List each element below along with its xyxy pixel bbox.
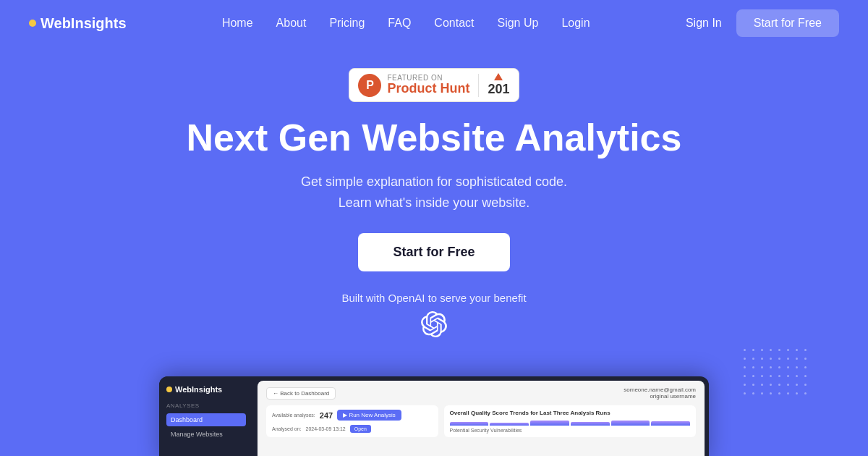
- dash-analyses-label: ANALYSES: [166, 402, 246, 409]
- logo-dot: [29, 20, 36, 27]
- bar-3: [530, 421, 569, 426]
- nav-right: Sign In Start for Free: [686, 9, 839, 37]
- dash-manage-item[interactable]: Manage Websites: [166, 428, 246, 441]
- dashboard-preview: WebInsights ANALYSES Dashboard Manage We…: [159, 376, 709, 456]
- ph-upvote-icon: [494, 73, 503, 80]
- sign-in-link[interactable]: Sign In: [686, 17, 722, 30]
- openai-logo-icon: [421, 311, 447, 340]
- dash-logo: WebInsights: [166, 385, 246, 394]
- dots-decoration: (function(){ const container = document.…: [744, 349, 810, 398]
- ph-count: 201: [488, 82, 509, 97]
- security-label: Potential Security Vulnerabilities: [450, 428, 690, 433]
- dash-sidebar: WebInsights ANALYSES Dashboard Manage We…: [159, 376, 253, 456]
- hero-title: Next Gen Website Analytics: [187, 117, 682, 160]
- ph-logo-icon: P: [358, 74, 381, 97]
- logo[interactable]: WebInsights: [29, 15, 127, 32]
- nav-login[interactable]: Login: [561, 17, 590, 29]
- nav-home[interactable]: Home: [222, 17, 253, 29]
- run-analysis-btn[interactable]: ▶ Run New Analysis: [337, 410, 401, 421]
- ph-text: FEATURED ON Product Hunt: [387, 74, 469, 96]
- chart-title: Overall Quality Score Trends for Last Th…: [450, 410, 690, 416]
- openai-section: Built with OpenAI to serve your benefit: [341, 292, 526, 340]
- dash-analysis-card: Available analyses: 247 ▶ Run New Analys…: [266, 405, 438, 437]
- navbar: WebInsights Home About Pricing FAQ Conta…: [0, 0, 868, 46]
- nav-signup[interactable]: Sign Up: [497, 17, 538, 29]
- hero-subtitle: Get simple explanation for sophisticated…: [301, 172, 567, 214]
- bar-1: [450, 422, 489, 426]
- dash-user-info: someone.name@gmail.com original username: [624, 387, 696, 400]
- openai-text: Built with OpenAI to serve your benefit: [341, 292, 526, 304]
- back-to-dashboard-btn[interactable]: ← Back to Dashboard: [266, 387, 336, 400]
- hero-section: P FEATURED ON Product Hunt 201 Next Gen …: [0, 46, 868, 355]
- dash-content: Available analyses: 247 ▶ Run New Analys…: [266, 405, 696, 437]
- bar-4: [571, 422, 610, 426]
- product-hunt-badge[interactable]: P FEATURED ON Product Hunt 201: [349, 68, 519, 102]
- chart-bars: [450, 419, 690, 426]
- bar-6: [651, 421, 690, 426]
- bar-2: [490, 423, 529, 426]
- ph-name-label: Product Hunt: [387, 82, 469, 96]
- ph-score: 201: [488, 73, 509, 97]
- available-count: 247: [320, 411, 333, 420]
- dash-logo-dot: [166, 387, 172, 392]
- nav-faq[interactable]: FAQ: [388, 17, 411, 29]
- dash-dashboard-item[interactable]: Dashboard: [166, 413, 246, 426]
- available-label: Available analyses:: [272, 413, 315, 418]
- ph-divider: [478, 74, 479, 97]
- nav-about[interactable]: About: [276, 17, 307, 29]
- dash-header: ← Back to Dashboard someone.name@gmail.c…: [266, 387, 696, 400]
- open-analysis-btn[interactable]: Open: [350, 425, 371, 433]
- nav-pricing[interactable]: Pricing: [329, 17, 365, 29]
- nav-links: Home About Pricing FAQ Contact Sign Up L…: [222, 17, 590, 30]
- dash-chart-card: Overall Quality Score Trends for Last Th…: [444, 405, 696, 437]
- dash-main-content: ← Back to Dashboard someone.name@gmail.c…: [258, 381, 705, 456]
- available-bar: Available analyses: 247 ▶ Run New Analys…: [272, 410, 433, 421]
- nav-contact[interactable]: Contact: [434, 17, 474, 29]
- logo-text: WebInsights: [41, 15, 127, 32]
- start-free-button-hero[interactable]: Start for Free: [358, 233, 509, 271]
- start-free-button-nav[interactable]: Start for Free: [736, 9, 839, 37]
- bar-5: [611, 421, 650, 426]
- analysis-row: Analysed on: 2024-03-09 13:12 Open: [272, 425, 433, 433]
